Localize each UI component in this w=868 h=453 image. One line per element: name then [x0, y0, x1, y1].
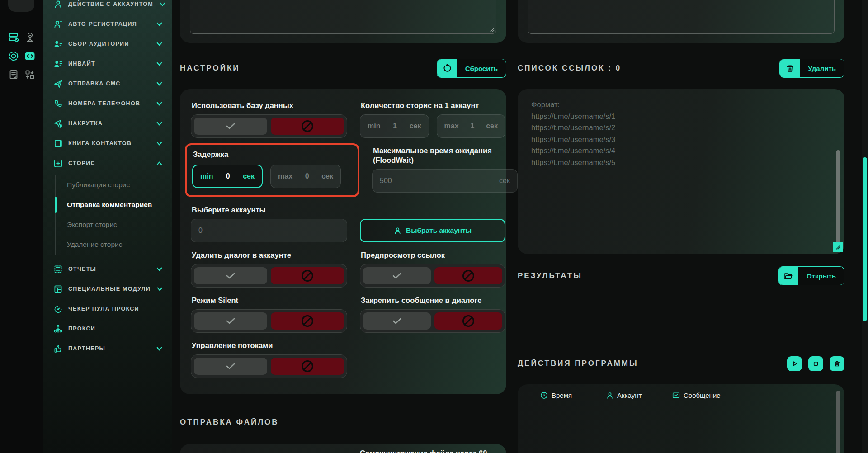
- message-card: [180, 0, 506, 43]
- floodwait-input[interactable]: 500 сек: [372, 169, 518, 193]
- links-resize-grip[interactable]: [833, 242, 843, 252]
- actions-title: ДЕЙСТВИЯ ПРОГРАММЫ: [518, 359, 638, 368]
- toggle-yes-button[interactable]: [363, 267, 431, 284]
- toggle-no-button[interactable]: [271, 118, 344, 135]
- settings-header-row: НАСТРОЙКИ Сбросить: [180, 58, 506, 78]
- files-card: Самоуничтожение файла через 60: [180, 444, 506, 453]
- stories-submenu: Публикация сторис Отправка комментариев …: [55, 175, 172, 255]
- prohibition-icon: [302, 270, 313, 282]
- toggle-yes-button[interactable]: [194, 267, 267, 284]
- person-icon: [394, 227, 401, 235]
- sidebar-item-proxy[interactable]: ПРОКСИ: [43, 319, 172, 339]
- sidebar-item-partners[interactable]: ПАРТНЕРЫ: [43, 339, 172, 359]
- toggle-no-button[interactable]: [271, 358, 344, 375]
- sidebar-item-audience-collection[interactable]: СБОР АУДИТОРИИ: [43, 34, 172, 54]
- link-preview-toggle: [360, 264, 505, 288]
- accounts-count-input[interactable]: 0: [191, 219, 347, 242]
- toggle-no-button[interactable]: [434, 312, 502, 330]
- sidebar-item-reports[interactable]: ОТЧЕТЫ: [43, 259, 172, 279]
- network-icon: [54, 325, 62, 333]
- reset-button[interactable]: Сбросить: [437, 59, 506, 78]
- toggle-yes-button[interactable]: [194, 358, 267, 375]
- sidebar-menu: ДЕЙСТВИЕ С АККАУНТОМ АВТО-РЕГИСТРАЦИЯ СБ…: [43, 0, 172, 359]
- sidebar-item-boosting[interactable]: НАКРУТКА: [43, 113, 172, 133]
- sidebar-item-account-actions[interactable]: ДЕЙСТВИЕ С АККАУНТОМ: [43, 0, 172, 14]
- clear-log-button[interactable]: [830, 356, 844, 371]
- select-accounts-wrap: Выбрать аккаунты: [360, 205, 505, 242]
- sidebar-item-special-modules[interactable]: СПЕЦИАЛЬНЫЕ МОДУЛИ: [43, 279, 172, 299]
- sidebar-item-contact-book[interactable]: КНИГА КОНТАКТОВ: [43, 133, 172, 153]
- submenu-item-delete-stories[interactable]: Удаление сторис: [56, 235, 172, 255]
- doc-check-icon[interactable]: [9, 70, 19, 80]
- folder-icon: [778, 267, 798, 285]
- person-icon: [606, 392, 613, 399]
- person-icon: [54, 0, 62, 9]
- stories-max-input[interactable]: max 1 сек: [437, 114, 506, 138]
- send-icon: [54, 80, 62, 88]
- log-table-header: Время Аккаунт Сообщение: [529, 392, 833, 399]
- select-accounts-button[interactable]: Выбрать аккаунты: [360, 219, 505, 242]
- stories-min-input[interactable]: min 1 сек: [360, 114, 429, 138]
- resize-grip-icon[interactable]: [490, 27, 495, 32]
- chevron-down-icon: [156, 100, 163, 107]
- gear-icon[interactable]: [8, 51, 19, 61]
- server-check-icon[interactable]: [9, 32, 19, 42]
- submenu-item-publish-stories[interactable]: Публикация сторис: [56, 175, 172, 195]
- sidebar-item-send-sms[interactable]: ОТПРАВКА СМС: [43, 74, 172, 94]
- sidebar: ДЕЙСТВИЕ С АККАУНТОМ АВТО-РЕГИСТРАЦИЯ СБ…: [43, 0, 172, 453]
- comment-card: [518, 0, 844, 43]
- delay-max-input[interactable]: max 0 сек: [270, 165, 341, 188]
- swap-icon[interactable]: [25, 70, 35, 80]
- sidebar-item-stories[interactable]: СТОРИС: [43, 153, 172, 173]
- person-plus-icon: [54, 20, 62, 28]
- prohibition-icon: [302, 360, 313, 372]
- files-left-field: [191, 448, 347, 453]
- chevron-down-icon: [156, 41, 163, 47]
- log-scrollbar[interactable]: [836, 391, 840, 453]
- play-button[interactable]: [787, 356, 802, 371]
- stop-button[interactable]: [808, 356, 823, 371]
- chevron-down-icon: [156, 286, 163, 293]
- links-list-panel[interactable]: Формат: https://t.me/username/s/1 https:…: [518, 89, 844, 254]
- chevron-down-icon: [156, 266, 163, 273]
- files-title: ОТПРАВКА ФАЙЛОВ: [180, 418, 279, 427]
- files-header-row: ОТПРАВКА ФАЙЛОВ: [180, 412, 506, 432]
- sidebar-item-phone-numbers[interactable]: НОМЕРА ТЕЛЕФОНОВ: [43, 94, 172, 113]
- open-results-button[interactable]: Открыть: [778, 266, 844, 285]
- settings-column: НАСТРОЙКИ Сбросить Использовать базу дан…: [180, 0, 506, 453]
- floodwait-field: Максимальное время ожидания (FloodWait) …: [372, 146, 518, 197]
- mail-check-icon: [672, 392, 680, 399]
- delete-links-button[interactable]: Удалить: [779, 59, 844, 78]
- links-scrollbar[interactable]: [836, 150, 840, 246]
- sidebar-item-proxy-pool-checker[interactable]: ЧЕКЕР ПУЛА ПРОКСИ: [43, 299, 172, 319]
- send-plus-icon: [54, 119, 62, 128]
- report-icon: [54, 265, 62, 274]
- sidebar-item-invite[interactable]: ИНВАЙТ: [43, 54, 172, 74]
- comment-textarea[interactable]: [528, 0, 835, 34]
- toggle-yes-button[interactable]: [194, 118, 267, 135]
- silent-mode-toggle: [191, 309, 347, 333]
- delay-min-input[interactable]: min 0 сек: [192, 165, 263, 188]
- results-title: РЕЗУЛЬТАТЫ: [518, 271, 582, 280]
- toggle-yes-button[interactable]: [363, 312, 431, 330]
- icon-rail: [0, 0, 43, 453]
- plus-square-icon: [54, 159, 62, 168]
- chevron-down-icon: [156, 345, 163, 352]
- clock-icon: [540, 392, 548, 399]
- message-textarea[interactable]: [190, 0, 496, 34]
- sidebar-item-auto-registration[interactable]: АВТО-РЕГИСТРАЦИЯ: [43, 14, 172, 34]
- code-window-icon[interactable]: [24, 51, 35, 61]
- submenu-item-export-stories[interactable]: Экспорт сторис: [56, 215, 172, 235]
- toggle-yes-button[interactable]: [194, 312, 267, 330]
- toggle-no-button[interactable]: [271, 267, 344, 284]
- silent-mode-field: Режим Silent: [191, 296, 347, 333]
- person-station-icon[interactable]: [25, 32, 35, 42]
- window-scrollbar-thumb[interactable]: [863, 157, 867, 321]
- app-logo: [8, 0, 34, 12]
- submenu-item-send-comments[interactable]: Отправка комментариев: [56, 195, 172, 215]
- pin-message-field: Закрепить сообщение в диалоге: [360, 296, 505, 333]
- toggle-no-button[interactable]: [271, 312, 344, 330]
- toggle-no-button[interactable]: [434, 267, 502, 284]
- stories-per-account-field: Количество сторис на 1 аккаунт min 1 сек…: [360, 101, 505, 138]
- book-icon: [54, 139, 62, 148]
